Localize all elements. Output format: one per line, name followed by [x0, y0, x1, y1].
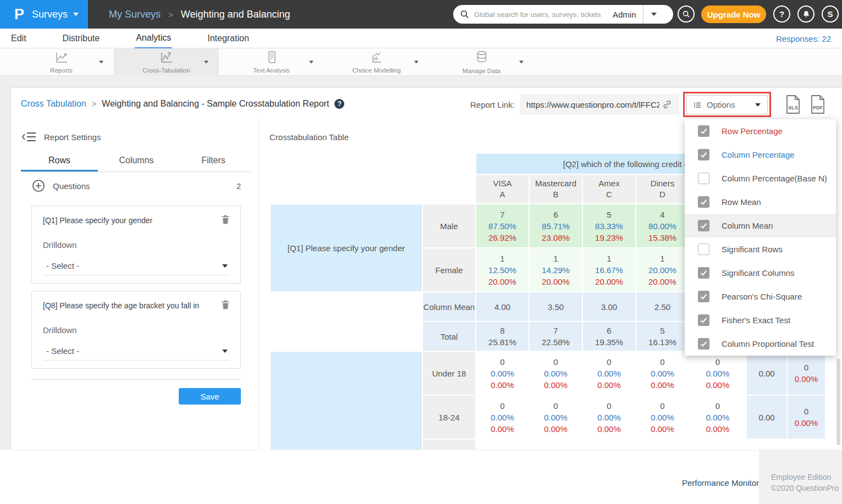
drilldown-select-value: - Select -: [46, 261, 79, 270]
chevron-down-icon[interactable]: [204, 61, 208, 64]
help-button[interactable]: ?: [773, 5, 790, 23]
crosstab-row-header: Male: [423, 204, 475, 247]
nav-item-edit[interactable]: Edit: [10, 29, 27, 48]
spacer-cell: [271, 322, 422, 351]
cell-line: 0.00%: [530, 379, 582, 391]
breadcrumb-current-survey: Weighting and Balancing: [181, 9, 290, 20]
cell-line: 1: [583, 253, 635, 264]
checkbox-checked-icon[interactable]: [698, 267, 709, 279]
chevron-down-icon[interactable]: [414, 61, 419, 64]
collapse-panel-icon[interactable]: [22, 131, 36, 143]
drilldown-select[interactable]: - Select -: [43, 342, 230, 361]
add-question-icon[interactable]: [32, 179, 45, 192]
drilldown-select[interactable]: - Select -: [43, 257, 230, 275]
cell-line: 1: [636, 253, 689, 264]
report-url-input[interactable]: [520, 94, 679, 115]
notifications-button[interactable]: [797, 5, 815, 23]
options-button-label: Options: [707, 100, 735, 109]
column-letter: B: [530, 189, 582, 200]
breadcrumb-my-surveys[interactable]: My Surveys: [109, 9, 161, 20]
checkbox-checked-icon[interactable]: [698, 149, 709, 160]
checkbox-checked-icon[interactable]: [698, 220, 709, 231]
options-menu-item-row-percentage[interactable]: Row Percentage: [685, 119, 836, 143]
toolbar-item-choice-modelling[interactable]: Choice Modelling: [324, 48, 429, 76]
question-icon: ?: [779, 9, 784, 19]
toolbar-item-manage-data[interactable]: Manage Data: [429, 48, 534, 76]
chevron-down-icon[interactable]: [309, 61, 313, 64]
toolbar-item-label: Text Analysis: [253, 67, 289, 74]
surveys-product-menu[interactable]: P Surveys: [0, 0, 88, 29]
checkbox-checked-icon[interactable]: [698, 196, 709, 208]
cell-line: 0.00%: [788, 373, 825, 385]
spacer-cell: [271, 154, 475, 174]
crosstab-row-header: [423, 440, 475, 450]
account-avatar[interactable]: S: [822, 5, 839, 23]
export-xls-button[interactable]: XLS: [785, 95, 801, 117]
options-menu-item-label: Pearson's Chi-Square: [722, 292, 802, 301]
options-menu-item-column-percentage-base-n-[interactable]: Column Percentage(Base N): [685, 167, 836, 190]
checkbox-checked-icon[interactable]: [698, 291, 709, 302]
nav-item-distribute[interactable]: Distribute: [62, 29, 101, 48]
options-menu-item-column-percentage[interactable]: Column Percentage: [685, 143, 836, 167]
chevron-down-icon[interactable]: [99, 61, 103, 64]
cell-line: 0.00%: [583, 423, 635, 435]
toolbar-item-text-analysis[interactable]: Text Analysis: [219, 48, 324, 76]
search-icon: [460, 9, 470, 19]
options-menu-item-significant-columns[interactable]: Significant Columns: [685, 261, 836, 285]
options-menu-item-column-mean[interactable]: Column Mean: [685, 214, 836, 237]
toolbar-item-reports[interactable]: Reports: [9, 48, 114, 76]
options-menu-item-label: Row Percentage: [722, 126, 783, 136]
cell-line: 7: [530, 325, 582, 336]
options-menu-item-significant-rows[interactable]: Significant Rows: [685, 237, 836, 261]
crosstab-column-header: AmexC: [583, 175, 635, 203]
table-scrollbar-thumb[interactable]: [837, 358, 840, 445]
cell-line: 0: [583, 356, 635, 368]
options-menu-item-label: Significant Rows: [722, 245, 783, 254]
options-menu-item-column-proportional-test[interactable]: Column Proportional Test: [685, 332, 836, 356]
toolbar-item-label: Choice Modelling: [352, 67, 400, 74]
nav-item-integration[interactable]: Integration: [206, 29, 250, 48]
link-icon[interactable]: [662, 99, 673, 112]
performance-monitor-link[interactable]: Performance Monitor: [682, 478, 759, 488]
checkbox-unchecked-icon[interactable]: [698, 173, 709, 184]
crosstab-cell: 112.50%20.00%: [476, 248, 529, 291]
cell-line: 8: [476, 325, 529, 336]
tab-columns[interactable]: Columns: [98, 154, 175, 171]
upgrade-now-button[interactable]: Upgrade Now: [701, 5, 766, 23]
options-menu-item-pearson-s-chi-square[interactable]: Pearson's Chi-Square: [685, 285, 836, 308]
crosstab-cell: [583, 440, 635, 450]
search-input[interactable]: [474, 10, 613, 19]
cell-line: 0.00: [747, 412, 786, 423]
crosstab-cell: 00.00%0.00%: [530, 352, 582, 395]
checkbox-checked-icon[interactable]: [698, 338, 709, 350]
tab-filters[interactable]: Filters: [175, 154, 252, 171]
svg-text:XLS: XLS: [788, 105, 798, 110]
export-pdf-button[interactable]: PDF: [810, 95, 826, 117]
chevron-down-icon[interactable]: [519, 61, 524, 64]
search-submit-button[interactable]: [678, 5, 695, 23]
nav-item-analytics[interactable]: Analytics: [135, 29, 172, 48]
search-scope-admin[interactable]: Admin: [613, 10, 636, 19]
options-menu-item-row-mean[interactable]: Row Mean: [685, 190, 836, 214]
crosstab-cell: 825.81%: [476, 322, 529, 351]
delete-question-icon[interactable]: [221, 214, 230, 227]
checkbox-unchecked-icon[interactable]: [698, 243, 709, 255]
cell-line: 26.92%: [476, 232, 529, 243]
delete-question-icon[interactable]: [221, 299, 230, 312]
crosstab-row-header: Female: [423, 248, 475, 291]
help-icon[interactable]: ?: [334, 99, 344, 109]
checkbox-checked-icon[interactable]: [698, 125, 709, 137]
breadcrumb-separator: >: [92, 99, 96, 108]
options-menu-item-fisher-s-exact-test[interactable]: Fisher's Exact Test: [685, 308, 836, 332]
toolbar-item-cross-tabulation[interactable]: Cross-Tabulation: [114, 48, 219, 76]
cell-line: 0.00%: [530, 423, 582, 435]
question-text: [Q8] Please specify the age bracket you …: [43, 301, 208, 310]
save-button[interactable]: Save: [179, 388, 241, 405]
tab-rows[interactable]: Rows: [21, 154, 98, 171]
options-button[interactable]: Options: [686, 95, 768, 114]
options-menu-item-label: Column Percentage(Base N): [722, 174, 827, 183]
search-scope-dropdown[interactable]: [643, 5, 664, 24]
cross-tabulation-link[interactable]: Cross Tabulation: [21, 99, 86, 109]
checkbox-checked-icon[interactable]: [698, 314, 709, 326]
crosstab-cell: 4.00: [476, 292, 529, 321]
